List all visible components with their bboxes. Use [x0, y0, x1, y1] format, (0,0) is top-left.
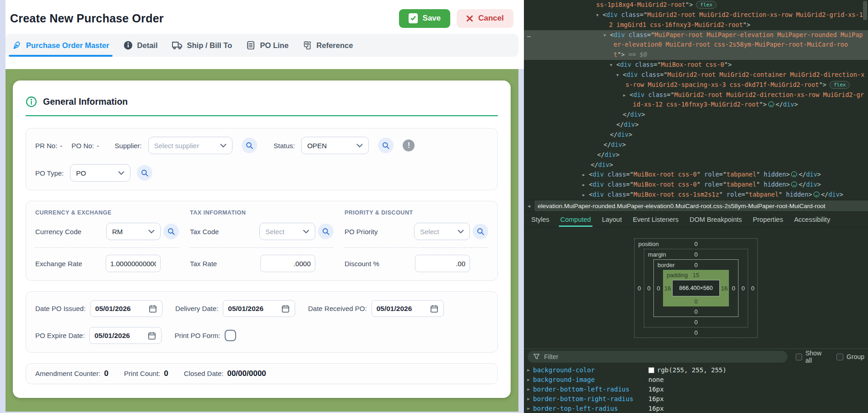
tax-code-search-button[interactable]	[318, 224, 334, 239]
po-type-search-button[interactable]	[137, 165, 152, 181]
tab-detail[interactable]: Detail	[123, 34, 158, 57]
calendar-icon[interactable]	[430, 304, 439, 313]
expand-arrow-icon[interactable]: ▶	[524, 377, 533, 382]
expand-arrow-icon[interactable]: ▶	[582, 180, 585, 190]
app-header: Create New Purchase Order Save Cancel	[5, 0, 524, 34]
dom-tree-line[interactable]: </div>	[524, 120, 868, 130]
group-checkbox[interactable]	[836, 354, 843, 360]
color-swatch[interactable]	[648, 367, 654, 373]
tab-accessibility[interactable]: Accessibility	[788, 212, 836, 227]
flex-badge[interactable]: flex	[830, 81, 850, 89]
breadcrumb-scroll-left-button[interactable]: ◂	[524, 200, 534, 211]
collapse-arrow-icon[interactable]: ▼	[596, 11, 598, 21]
expand-arrow-icon[interactable]: ▶	[582, 190, 585, 200]
show-all-checkbox[interactable]	[796, 354, 802, 360]
code-segment: class	[621, 11, 640, 18]
supplier-search-button[interactable]	[242, 138, 257, 153]
tab-dom-breakpoints[interactable]: DOM Breakpoints	[684, 212, 747, 227]
dom-tree-line[interactable]: 2 imgGird1 css-16fnxy3-MuiGrid2-root">	[524, 20, 868, 30]
code-segment: class	[608, 181, 626, 188]
tax-code-select[interactable]: Select	[259, 223, 315, 240]
expand-ellipsis-button[interactable]: …	[791, 182, 797, 187]
flex-badge[interactable]: flex	[696, 1, 717, 9]
po-type-select[interactable]: PO	[70, 164, 130, 182]
computed-property-row[interactable]: ▶background-imagenone	[524, 375, 868, 385]
tab-reference[interactable]: Reference	[302, 34, 353, 57]
dom-tree-line[interactable]: ▼<div class="MuiGrid2-root MuiGrid2-dire…	[524, 10, 868, 20]
tab-po-line[interactable]: PO Line	[246, 34, 288, 57]
dom-tree-line[interactable]: </div>	[524, 140, 868, 150]
dom-tree-line[interactable]: </div>	[524, 150, 868, 160]
tab-layout[interactable]: Layout	[596, 212, 627, 227]
currency-search-button[interactable]	[163, 224, 179, 239]
save-button[interactable]: Save	[399, 9, 451, 28]
dom-tree-line[interactable]: </div>	[524, 130, 868, 140]
box-model-padding[interactable]: padding15 16 866.400×560 16 0	[663, 270, 729, 306]
date-po-issued-input[interactable]: 05/01/2026	[90, 300, 162, 317]
dom-tree-line[interactable]: ▼<div class="MuiGrid2-root MuiGrid2-cont…	[524, 70, 868, 80]
dom-tree-line[interactable]: ▼<div class="MuiBox-root css-0">	[524, 60, 868, 70]
tab-styles[interactable]: Styles	[526, 212, 555, 227]
po-priority-search-button[interactable]	[473, 224, 488, 239]
currency-code-select[interactable]: RM	[106, 223, 161, 240]
code-segment: ">	[759, 101, 766, 108]
date-received-po-input[interactable]: 05/01/2026	[372, 300, 444, 317]
po-expire-date-input[interactable]: 05/01/2026	[89, 327, 162, 344]
collapse-arrow-icon[interactable]: ▼	[616, 70, 619, 80]
expand-arrow-icon[interactable]: ▶	[524, 368, 533, 372]
dom-tree-line[interactable]: t"> == $0	[524, 50, 868, 60]
tab-ship-bill-to[interactable]: Ship / Bill To	[172, 34, 232, 57]
tab-event-listeners[interactable]: Event Listeners	[627, 212, 684, 227]
dom-tree-line[interactable]: id-xs-12 css-16fnxy3-MuiGrid2-root">…</d…	[524, 100, 868, 110]
computed-property-row[interactable]: ▶border-top-left-radius16px	[524, 403, 868, 413]
tax-rate-input[interactable]	[260, 255, 315, 272]
devtools-scrollbar[interactable]	[863, 1, 867, 20]
expand-ellipsis-button[interactable]: …	[768, 102, 774, 107]
calendar-icon[interactable]	[147, 331, 156, 340]
dom-tree-line[interactable]: ss-1pi8xg4-MuiGrid2-root">flex	[524, 0, 868, 10]
box-model-content[interactable]: 866.400×560	[672, 280, 720, 296]
computed-property-row[interactable]: ▶border-bottom-right-radius16px	[524, 394, 868, 403]
dom-tree-line[interactable]: </div>	[524, 160, 868, 170]
exchange-rate-input[interactable]	[106, 255, 161, 272]
status-search-button[interactable]	[378, 138, 394, 153]
code-segment: == $0	[629, 51, 647, 58]
tab-computed[interactable]: Computed	[555, 212, 597, 227]
breadcrumb[interactable]: elevation.MuiPaper-rounded.MuiPaper-elev…	[534, 203, 825, 209]
supplier-select[interactable]: Select supplier	[148, 137, 232, 154]
expand-ellipsis-button[interactable]: …	[814, 192, 819, 197]
dom-tree-line[interactable]: </div>	[524, 110, 868, 120]
dom-tree-line[interactable]: …▼<div class="MuiPaper-root MuiPaper-ele…	[524, 30, 868, 40]
filter-input[interactable]: Filter	[528, 351, 787, 363]
print-po-form-checkbox[interactable]	[225, 330, 236, 341]
discount-input[interactable]	[415, 255, 470, 272]
dom-tree-line[interactable]: er-elevation0 MuiCard-root css-2s58ym-Mu…	[524, 40, 868, 50]
status-select[interactable]: OPEN	[301, 137, 369, 154]
expand-arrow-icon[interactable]: ▶	[623, 91, 625, 101]
expand-arrow-icon[interactable]: ▶	[524, 406, 533, 411]
box-model-margin[interactable]: margin0 0 border0 0 padding15	[644, 249, 748, 327]
dom-tree-line[interactable]: ▶<div class="MuiBox-root css-1sm2s1z" ro…	[524, 190, 868, 200]
cancel-button[interactable]: Cancel	[457, 9, 513, 28]
calendar-icon[interactable]	[148, 304, 157, 313]
expand-ellipsis-button[interactable]: …	[791, 172, 797, 177]
computed-property-row[interactable]: ▶background-colorrgb(255, 255, 255)	[524, 365, 868, 375]
tab-properties[interactable]: Properties	[747, 212, 788, 227]
box-model-border[interactable]: border0 0 padding15 16 866.400×560 16	[653, 259, 739, 317]
collapse-arrow-icon[interactable]: ▼	[604, 31, 606, 41]
expand-arrow-icon[interactable]: ▶	[524, 397, 533, 401]
box-model-position[interactable]: position0 0 margin0 0 border0 0	[634, 238, 758, 338]
calendar-icon[interactable]	[281, 304, 290, 313]
expand-arrow-icon[interactable]: ▶	[582, 170, 585, 180]
po-priority-select[interactable]: Select	[414, 223, 470, 240]
computed-property-row[interactable]: ▶border-bottom-left-radius16px	[524, 385, 868, 394]
dom-tree-line[interactable]: s-row MuiGrid2-spacing-xs-3 css-dkd71f-M…	[524, 80, 868, 90]
dom-tree-line[interactable]: ▶<div class="MuiGrid2-root MuiGrid2-dire…	[524, 90, 868, 100]
dom-tree-line[interactable]: ▶<div class="MuiBox-root css-0" role="ta…	[524, 180, 868, 190]
collapse-arrow-icon[interactable]: ▼	[610, 60, 612, 70]
tab-purchase-order-master[interactable]: Purchase Order Master	[12, 34, 109, 57]
dom-tree-line[interactable]: ▶<div class="MuiBox-root css-0" role="ta…	[524, 170, 868, 180]
cancel-x-icon	[466, 15, 473, 22]
delivery-date-input[interactable]: 05/01/2026	[223, 300, 295, 317]
expand-arrow-icon[interactable]: ▶	[524, 387, 533, 392]
